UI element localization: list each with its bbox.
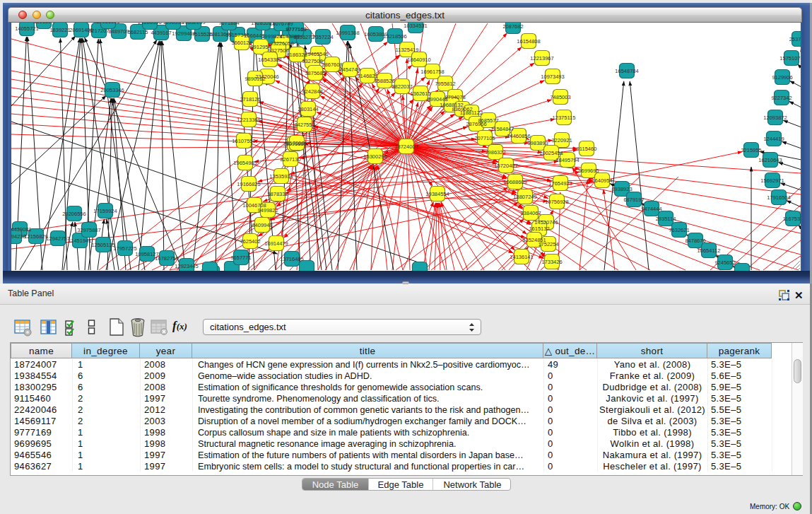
svg-text:12156829: 12156829 (24, 233, 47, 240)
svg-text:19654985: 19654985 (233, 160, 257, 166)
svg-text:20053346: 20053346 (100, 87, 124, 93)
svg-text:9794078: 9794078 (445, 94, 465, 100)
svg-text:9890162: 9890162 (245, 76, 265, 82)
svg-text:12093872: 12093872 (763, 115, 787, 121)
svg-text:9465546: 9465546 (307, 51, 328, 57)
svg-text:7671884: 7671884 (218, 23, 239, 26)
svg-text:17957225: 17957225 (113, 245, 136, 252)
svg-text:16961758: 16961758 (420, 69, 444, 75)
svg-text:10334531: 10334531 (404, 23, 427, 29)
svg-text:3220921: 3220921 (551, 137, 572, 144)
svg-text:5878332: 5878332 (267, 191, 288, 197)
svg-text:3215955: 3215955 (741, 147, 761, 153)
svg-text:8806804: 8806804 (33, 23, 54, 25)
svg-text:8454749: 8454749 (339, 66, 360, 73)
svg-text:8409948: 8409948 (252, 222, 272, 228)
svg-text:1733426: 1733426 (541, 259, 562, 265)
svg-text:9983893: 9983893 (527, 140, 548, 146)
svg-text:10688609: 10688609 (503, 179, 526, 185)
svg-text:11325419: 11325419 (396, 47, 419, 53)
svg-text:2935114: 2935114 (656, 216, 676, 222)
svg-text:10654112: 10654112 (698, 247, 721, 254)
svg-text:7986322: 7986322 (485, 149, 505, 156)
svg-text:4439167: 4439167 (151, 30, 171, 36)
svg-text:7955812: 7955812 (435, 81, 455, 87)
svg-text:19756928: 19756928 (545, 199, 568, 205)
svg-text:9499822: 9499822 (257, 207, 278, 214)
svg-text:2087682: 2087682 (502, 23, 523, 30)
svg-text:9227342: 9227342 (771, 95, 792, 101)
svg-text:8427552: 8427552 (294, 122, 314, 128)
svg-text:1167533: 1167533 (783, 216, 801, 222)
svg-text:19166825: 19166825 (237, 181, 260, 187)
svg-text:12213967: 12213967 (530, 55, 553, 62)
svg-text:12923445: 12923445 (175, 263, 198, 269)
svg-text:10025458: 10025458 (539, 150, 563, 156)
svg-text:3822037: 3822037 (392, 83, 412, 90)
svg-text:11881122: 11881122 (460, 110, 483, 116)
svg-text:19832259: 19832259 (182, 23, 205, 25)
svg-text:32975887: 32975887 (77, 227, 100, 233)
svg-text:1839221: 1839221 (49, 27, 70, 33)
svg-text:7625402: 7625402 (240, 238, 260, 245)
svg-text:18495794: 18495794 (555, 157, 579, 163)
svg-text:20206556: 20206556 (62, 211, 86, 217)
svg-text:10973493: 10973493 (541, 74, 564, 80)
svg-text:9115460: 9115460 (577, 146, 597, 152)
svg-text:17654923: 17654923 (548, 180, 572, 187)
svg-text:14439081: 14439081 (11, 226, 32, 233)
svg-text:2077105: 2077105 (474, 135, 495, 141)
svg-text:16154808: 16154808 (517, 38, 540, 45)
svg-text:14055721: 14055721 (15, 25, 38, 32)
svg-text:15751074: 15751074 (779, 55, 801, 62)
svg-text:8938923: 8938923 (611, 186, 632, 192)
svg-text:1244419: 1244419 (763, 136, 784, 142)
svg-text:21200396: 21200396 (138, 23, 161, 25)
svg-text:1615132: 1615132 (529, 226, 549, 232)
svg-text:14460856: 14460856 (507, 133, 530, 139)
svg-text:18640910: 18640910 (407, 57, 430, 63)
svg-text:2803144: 2803144 (298, 106, 318, 112)
svg-text:9242848: 9242848 (302, 88, 322, 95)
svg-text:7357224: 7357224 (312, 34, 333, 40)
svg-text:12375115: 12375115 (553, 115, 576, 121)
svg-text:10991368: 10991368 (336, 30, 359, 36)
svg-text:7632621: 7632621 (669, 227, 689, 233)
svg-text:8186328: 8186328 (286, 52, 307, 58)
svg-text:8336273: 8336273 (293, 34, 314, 40)
svg-text:3875685: 3875685 (305, 70, 325, 76)
svg-text:9129906: 9129906 (772, 74, 792, 81)
svg-text:23226058: 23226058 (270, 40, 293, 47)
svg-text:2718126: 2718126 (240, 96, 260, 103)
svg-text:9699695: 9699695 (578, 168, 599, 174)
svg-text:15720407: 15720407 (494, 163, 517, 169)
svg-text:1890399: 1890399 (163, 23, 183, 25)
svg-text:16543382: 16543382 (258, 57, 281, 63)
svg-text:18807249: 18807249 (513, 194, 536, 200)
svg-text:16782759: 16782759 (155, 255, 178, 262)
svg-text:7485003: 7485003 (550, 94, 570, 100)
svg-text:12505135: 12505135 (91, 242, 114, 248)
svg-text:19384554: 19384554 (425, 191, 449, 197)
svg-text:13535934: 13535934 (269, 173, 293, 180)
svg-text:14136141: 14136141 (510, 254, 533, 260)
svg-text:8478676: 8478676 (685, 238, 705, 244)
svg-text:17956909: 17956909 (96, 23, 119, 25)
svg-text:17159924: 17159924 (93, 208, 117, 214)
svg-text:9657771: 9657771 (230, 255, 251, 261)
svg-text:13218506: 13218506 (383, 33, 406, 40)
svg-text:3660124: 3660124 (231, 40, 252, 46)
svg-text:16548784: 16548784 (615, 68, 638, 74)
svg-text:9245652: 9245652 (714, 259, 735, 266)
svg-text:12213369: 12213369 (237, 117, 260, 123)
svg-text:15692971: 15692971 (760, 177, 784, 184)
svg-text:6879197: 6879197 (623, 197, 644, 203)
svg-text:9217207: 9217207 (88, 28, 109, 34)
svg-text:11584847: 11584847 (491, 126, 514, 132)
svg-text:5682115: 5682115 (128, 29, 148, 35)
svg-text:16914479: 16914479 (264, 240, 288, 247)
svg-text:1588520: 1588520 (374, 78, 394, 84)
svg-text:13716485: 13716485 (280, 256, 303, 262)
svg-text:15300295: 15300295 (363, 153, 387, 160)
svg-text:12942757: 12942757 (46, 235, 69, 242)
